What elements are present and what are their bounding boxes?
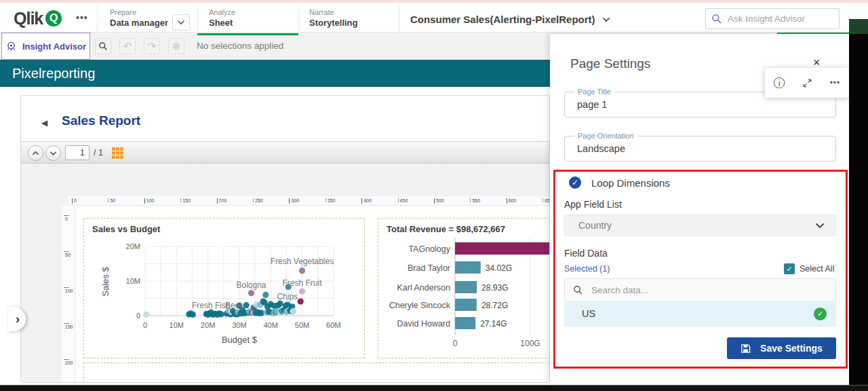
scatter-point bbox=[190, 312, 196, 318]
window-edge-black bbox=[849, 34, 868, 391]
tab-analyze[interactable]: Analyze Sheet bbox=[209, 8, 235, 29]
tab-label: Storytelling bbox=[309, 17, 358, 29]
app-field-value: Country bbox=[578, 220, 612, 231]
bar-value-label: 28.72G bbox=[481, 301, 508, 310]
qlik-logo-icon: Q bbox=[45, 10, 62, 26]
app-field-dropdown[interactable]: Country bbox=[564, 215, 836, 236]
insight-advisor-icon bbox=[5, 41, 17, 52]
clear-selections-icon[interactable]: ⊗ bbox=[168, 38, 184, 54]
bar-chart-object[interactable]: Total Revenue = $98,672,667 TAGnologyBra… bbox=[378, 218, 550, 358]
ruler-tick-label: 200 bbox=[65, 360, 73, 365]
ruler-tick bbox=[72, 198, 73, 204]
page-down-button[interactable] bbox=[45, 145, 61, 161]
ruler-tick-label: 400 bbox=[363, 198, 372, 203]
ruler-tick-label: 0 bbox=[65, 217, 68, 221]
qlik-logo-text: Qlik bbox=[14, 9, 43, 29]
info-icon[interactable]: ⓘ bbox=[774, 75, 785, 91]
scatter-point-label: Fresh Fruit bbox=[282, 278, 322, 288]
select-all-checkbox[interactable]: ✓ bbox=[784, 263, 795, 274]
field-value-label: US bbox=[582, 308, 595, 319]
ruler-tick-label: 250 bbox=[255, 198, 263, 203]
ruler-tick bbox=[361, 198, 362, 204]
svg-text:Sales $: Sales $ bbox=[100, 267, 111, 297]
grid-view-icon[interactable] bbox=[112, 147, 123, 162]
scatter-point bbox=[299, 288, 305, 295]
field-data-search[interactable] bbox=[564, 278, 836, 301]
window-bottom-bar bbox=[0, 385, 868, 391]
next-chart-object[interactable] bbox=[83, 362, 550, 383]
window-top-strip bbox=[0, 0, 868, 3]
tab-narrate[interactable]: Narrate Storytelling bbox=[309, 8, 358, 29]
insight-advisor-button[interactable]: Insight Advisor bbox=[1, 33, 90, 60]
close-icon[interactable]: × bbox=[813, 56, 821, 69]
ruler-tick-label: 0 bbox=[74, 198, 77, 203]
page-number-input[interactable] bbox=[65, 145, 90, 160]
chevron-down-icon bbox=[815, 223, 825, 229]
sheet-title-banner: Pixelreporting bbox=[0, 60, 551, 87]
page-up-button[interactable] bbox=[28, 145, 43, 161]
bar-category-label: David Howard bbox=[397, 319, 450, 329]
svg-text:30M: 30M bbox=[232, 321, 246, 329]
ruler-tick bbox=[507, 198, 507, 204]
app-title-menu[interactable]: Consumer Sales(Alerting-PixelReport) bbox=[410, 14, 610, 25]
ruler-tick-label: 350 bbox=[328, 198, 336, 203]
redo-icon[interactable]: ↷ bbox=[144, 38, 160, 54]
panel-top-border-green bbox=[777, 33, 850, 34]
app-window: Qlik Q ••• Prepare Data manager Analyze … bbox=[0, 0, 868, 391]
bar bbox=[455, 317, 475, 329]
fullscreen-icon[interactable] bbox=[802, 78, 812, 88]
bar-category-label: Karl Anderson bbox=[397, 283, 450, 293]
selections-toolbar: Insight Advisor ↶ ↷ ⊗ No selections appl… bbox=[0, 33, 551, 60]
tab-label: Data manager bbox=[110, 17, 168, 29]
prepare-dropdown-button[interactable] bbox=[172, 14, 190, 31]
active-tab-indicator bbox=[197, 33, 298, 35]
loop-dimensions-checkbox[interactable]: ✓ bbox=[569, 176, 581, 189]
field-value-item[interactable]: US✓ bbox=[564, 301, 836, 327]
bar-value-label: 34.02G bbox=[486, 263, 512, 273]
field-data-search-input[interactable] bbox=[591, 285, 815, 295]
page-orientation-label: Page Orientation bbox=[574, 132, 637, 140]
tab-section-label: Prepare bbox=[110, 8, 168, 17]
save-icon bbox=[741, 343, 751, 354]
bar bbox=[455, 299, 477, 311]
scatter-point bbox=[243, 302, 249, 308]
ruler-tick bbox=[64, 323, 69, 324]
bar-category-label: TAGnology bbox=[408, 244, 450, 254]
scatter-chart-object[interactable]: Sales vs Budget 010M20M010M20M30M40M50M6… bbox=[83, 218, 365, 358]
report-title: Sales Report bbox=[62, 113, 140, 128]
selected-check-icon: ✓ bbox=[814, 308, 827, 320]
ruler-tick bbox=[434, 198, 435, 204]
svg-text:0: 0 bbox=[136, 312, 140, 320]
ruler-tick-label: 100 bbox=[65, 288, 73, 293]
loop-dimensions-toggle[interactable]: ✓ Loop Dimensions bbox=[569, 176, 670, 189]
panel-top-border bbox=[550, 33, 777, 34]
insight-advisor-search[interactable] bbox=[705, 8, 840, 29]
chevron-down-icon bbox=[602, 17, 610, 22]
insight-advisor-label: Insight Advisor bbox=[22, 41, 86, 52]
svg-text:Budget $: Budget $ bbox=[222, 335, 258, 345]
save-settings-button[interactable]: Save Settings bbox=[727, 337, 836, 359]
svg-text:40M: 40M bbox=[263, 321, 277, 329]
qlik-logo[interactable]: Qlik Q bbox=[14, 10, 62, 27]
ruler-tick bbox=[217, 198, 218, 204]
scatter-point bbox=[262, 292, 269, 298]
bar bbox=[455, 261, 481, 274]
select-all-control[interactable]: ✓ Select All bbox=[784, 263, 834, 274]
back-icon[interactable]: ◀ bbox=[41, 118, 47, 128]
chevron-down-icon bbox=[50, 151, 57, 156]
scatter-point-label: Chips bbox=[277, 292, 298, 301]
page-title-value: page 1 bbox=[577, 99, 607, 110]
global-more-icon[interactable]: ••• bbox=[76, 12, 88, 23]
selected-count-link[interactable]: Selected (1) bbox=[564, 264, 610, 274]
insight-advisor-input[interactable] bbox=[728, 14, 829, 24]
scatter-plot: 010M20M010M20M30M40M50M60MBudget $Sales … bbox=[84, 219, 366, 359]
scatter-point bbox=[218, 311, 224, 317]
tab-prepare[interactable]: Prepare Data manager bbox=[110, 8, 168, 29]
undo-icon[interactable]: ↶ bbox=[119, 38, 136, 54]
sheet-title: Pixelreporting bbox=[12, 66, 95, 81]
smart-search-icon[interactable] bbox=[95, 38, 111, 54]
search-icon bbox=[98, 41, 108, 51]
loop-dimensions-label: Loop Dimensions bbox=[591, 177, 670, 189]
page-orientation-field[interactable]: Page Orientation Landscape bbox=[564, 136, 836, 162]
more-menu-icon[interactable]: ••• bbox=[830, 78, 841, 88]
